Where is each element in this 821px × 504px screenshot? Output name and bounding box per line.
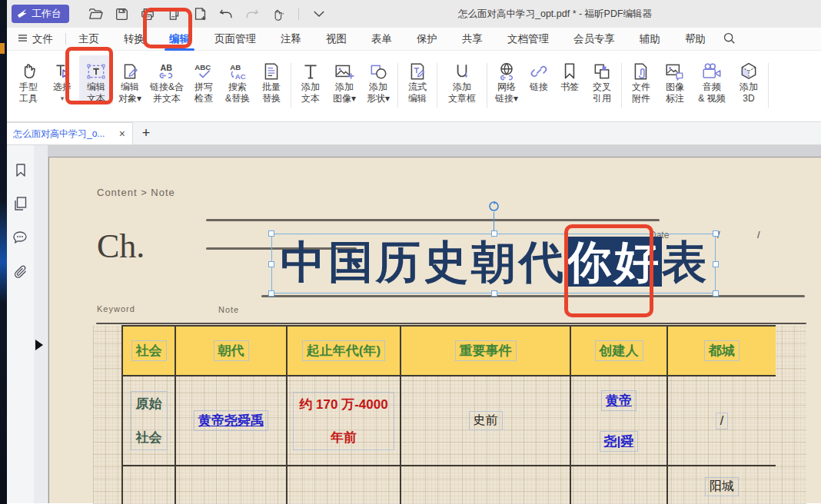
- toolbar-button-web-link[interactable]: 网络 链接▾: [490, 55, 524, 104]
- society-text-box[interactable]: 原始 社会: [131, 391, 168, 450]
- toolbar-button-label: 形状▾: [367, 93, 390, 104]
- rotation-handle[interactable]: [488, 201, 500, 215]
- panel-collapse-strip: [34, 145, 48, 503]
- menu-item-comment[interactable]: 注释: [268, 28, 314, 51]
- resize-handle-sw[interactable]: [268, 290, 274, 297]
- hand-pointer-dropdown-icon[interactable]: [271, 6, 286, 22]
- menu-item-form[interactable]: 表单: [359, 28, 404, 51]
- capital-text-box[interactable]: 阳城: [705, 477, 739, 496]
- menu-item-page-management[interactable]: 页面管理: [202, 28, 268, 51]
- toolbar-button-batch-replace[interactable]: 批量 替换: [254, 55, 288, 104]
- header-text-box[interactable]: 创建人: [595, 340, 643, 361]
- toolbar-button-add-image[interactable]: 添加 图像▾: [327, 55, 361, 104]
- customize-toolbar-chevron-icon[interactable]: [311, 6, 327, 22]
- pages-panel-icon[interactable]: [12, 195, 29, 212]
- toolbar-button-label: 图像: [666, 81, 684, 93]
- period-text-box[interactable]: 约 170 万-4000 年前: [293, 392, 394, 450]
- spell-check-icon: ABC: [193, 57, 214, 81]
- toolbar-button-hand-tool[interactable]: 手型 工具: [12, 55, 45, 104]
- save-icon[interactable]: [114, 6, 129, 22]
- resize-handle-ne[interactable]: [713, 230, 719, 237]
- header-text-box[interactable]: 社会: [131, 340, 167, 361]
- toolbar-button-label: 链接: [530, 81, 548, 93]
- tab-close-icon[interactable]: ×: [117, 128, 128, 140]
- resize-handle-s[interactable]: [491, 290, 497, 297]
- toolbar-button-link[interactable]: 链接: [524, 55, 554, 104]
- toolbar-button-label: 引用: [593, 93, 611, 104]
- bookmark-icon: [560, 57, 579, 81]
- comments-panel-icon[interactable]: [12, 229, 29, 246]
- menu-item-view[interactable]: 视图: [314, 28, 359, 51]
- add-shape-icon: [368, 57, 388, 81]
- toolbar-button-select[interactable]: 选择 ▾: [45, 55, 79, 104]
- open-folder-icon[interactable]: [88, 6, 103, 22]
- header-text-box[interactable]: 朝代: [214, 340, 249, 361]
- toolbar-button-flow-edit[interactable]: 流式 编辑: [401, 55, 434, 104]
- header-text-box[interactable]: 起止年代(年): [302, 340, 385, 361]
- cross-reference-icon: [592, 57, 612, 81]
- toolbar-button-cross-reference[interactable]: 交叉 引用: [585, 55, 619, 104]
- foxit-logo-icon: [17, 8, 28, 21]
- image-annotation-icon: [664, 57, 686, 81]
- menu-item-convert[interactable]: 转换: [111, 28, 157, 51]
- quick-access-separator: [298, 8, 299, 20]
- toolbar-button-bookmark[interactable]: 书签: [554, 55, 585, 104]
- capital-text-box[interactable]: /: [716, 413, 728, 429]
- header-text-box[interactable]: 都城: [704, 340, 740, 361]
- toolbar-button-edit-text[interactable]: 编辑 文本: [79, 55, 113, 104]
- menu-item-label: 文件: [32, 32, 53, 46]
- toolbar-button-label: 编辑: [87, 81, 105, 93]
- toolbar-button-image-annotation[interactable]: 图像 标注: [658, 55, 692, 104]
- attachments-panel-icon[interactable]: [12, 264, 29, 280]
- toolbar-button-search-replace[interactable]: ABAC 搜索 &替换: [221, 55, 254, 104]
- toolbar-button-file-attachment[interactable]: 文件 附件: [624, 55, 658, 104]
- toolbar-button-add-text[interactable]: 添加 文本: [294, 55, 327, 104]
- toolbar-separator: [437, 63, 437, 108]
- menu-item-help[interactable]: 帮助: [673, 28, 718, 51]
- resize-handle-w[interactable]: [268, 261, 274, 267]
- duplicate-page-icon[interactable]: [166, 6, 181, 22]
- document-tab[interactable]: 怎么面对高中学习_o... ×: [7, 122, 133, 144]
- cell-events: 史前: [401, 376, 571, 466]
- toolbar-button-edit-object[interactable]: 编辑 对象▾: [113, 55, 147, 104]
- table-header-period: 起止年代(年): [288, 327, 401, 376]
- resize-handle-n[interactable]: [491, 230, 497, 237]
- expand-panel-arrow[interactable]: [35, 340, 43, 350]
- document-heading[interactable]: 中国历史朝代你好表: [281, 230, 710, 294]
- redo-icon[interactable]: [244, 6, 260, 22]
- toolbar-button-label: 音频: [703, 81, 721, 93]
- add-page-icon[interactable]: [192, 6, 208, 22]
- toolbar-button-spell-check[interactable]: ABC 拼写 检查: [187, 55, 221, 104]
- title-text-selection-box[interactable]: 中国历史朝代你好表: [271, 234, 716, 293]
- menu-item-label: 共享: [462, 32, 483, 46]
- toolbar-button-add-3d[interactable]: 添加 3D: [732, 55, 766, 104]
- workspace-button[interactable]: 工作台: [12, 5, 69, 23]
- search-icon[interactable]: [723, 32, 736, 47]
- toolbar-button-audio-video[interactable]: 音频 & 视频: [692, 55, 732, 104]
- toolbar-button-add-shape[interactable]: 添加 形状▾: [361, 55, 395, 104]
- toolbar-button-link-join-text[interactable]: AB 链接&合 并文本: [147, 55, 187, 104]
- founder-link[interactable]: 黄帝: [601, 390, 637, 411]
- bookmarks-panel-icon[interactable]: [12, 162, 29, 179]
- menu-item-edit[interactable]: 编辑: [157, 28, 202, 51]
- toolbar-button-add-article-box[interactable]: 添加 文章框: [440, 55, 484, 104]
- menu-item-document-management[interactable]: 文档管理: [495, 28, 561, 51]
- menu-item-member-exclusive[interactable]: 会员专享: [561, 28, 627, 51]
- resize-handle-nw[interactable]: [268, 230, 274, 237]
- menu-item-share[interactable]: 共享: [450, 28, 495, 51]
- undo-icon[interactable]: [218, 6, 234, 22]
- header-text-box[interactable]: 重要事件: [455, 340, 517, 361]
- menu-item-home[interactable]: 主页: [66, 28, 111, 51]
- resize-handle-se[interactable]: [713, 290, 719, 297]
- resize-handle-e[interactable]: [713, 261, 719, 267]
- menu-item-file[interactable]: 文件: [7, 28, 65, 51]
- founder-link[interactable]: 尧|舜: [600, 431, 639, 452]
- new-tab-button[interactable]: +: [133, 122, 159, 144]
- dynasty-link[interactable]: 黄帝尧舜禹: [194, 410, 268, 431]
- print-icon[interactable]: [140, 6, 155, 22]
- menu-item-accessibility[interactable]: 辅助: [627, 28, 673, 51]
- svg-text:ABC: ABC: [194, 63, 211, 71]
- menu-item-label: 保护: [417, 32, 437, 46]
- event-text-box[interactable]: 史前: [469, 411, 503, 430]
- menu-item-protect[interactable]: 保护: [404, 28, 450, 51]
